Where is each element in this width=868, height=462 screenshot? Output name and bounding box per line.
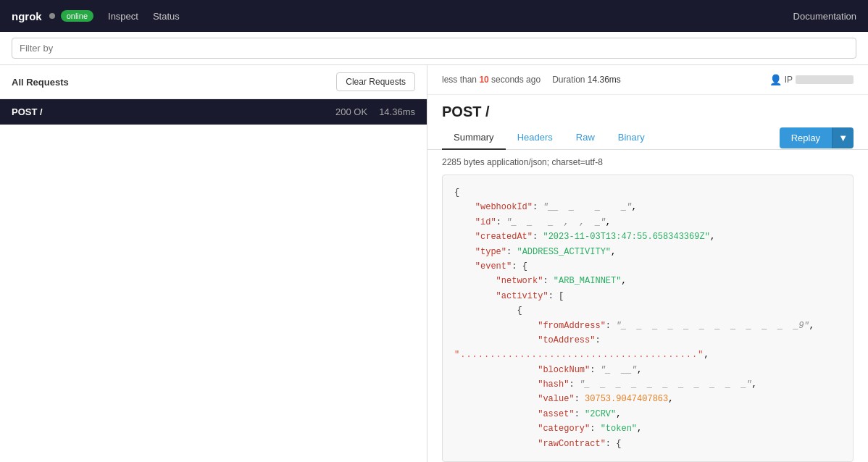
left-panel: All Requests Clear Requests POST / 200 O… xyxy=(0,65,427,462)
tab-summary[interactable]: Summary xyxy=(442,126,506,150)
json-key-rawcontract: "rawContract" xyxy=(538,439,606,449)
person-icon: 👤 xyxy=(769,74,782,85)
documentation-link[interactable]: Documentation xyxy=(793,11,856,22)
clear-requests-button[interactable]: Clear Requests xyxy=(336,72,415,91)
tab-headers[interactable]: Headers xyxy=(506,126,564,150)
json-val-category: "token" xyxy=(601,424,637,434)
json-key-hash: "hash" xyxy=(538,379,569,390)
left-panel-header: All Requests Clear Requests xyxy=(0,65,427,99)
main-layout: All Requests Clear Requests POST / 200 O… xyxy=(0,65,868,462)
request-item[interactable]: POST / 200 OK 14.36ms xyxy=(0,99,427,125)
time-highlight: 10 xyxy=(479,75,488,85)
request-method: POST / xyxy=(12,106,335,117)
tab-raw[interactable]: Raw xyxy=(564,126,606,150)
tab-binary[interactable]: Binary xyxy=(606,126,656,150)
status-dot xyxy=(49,13,55,19)
json-key-webhookid: "webhookId" xyxy=(475,202,533,212)
json-key-id: "id" xyxy=(475,217,496,227)
json-key-asset: "asset" xyxy=(538,409,574,419)
tabs-row: Summary Headers Raw Binary Replay ▼ xyxy=(427,120,868,150)
json-val-value: 30753.9047407863 xyxy=(585,394,668,404)
json-key-activity: "activity" xyxy=(496,291,548,301)
json-val-id: "_ _ _ , , _" xyxy=(506,217,606,227)
json-key-event: "event" xyxy=(475,261,512,272)
time-prefix: less than xyxy=(442,75,479,85)
time-suffix: seconds ago xyxy=(489,75,541,85)
nav-status[interactable]: Status xyxy=(153,11,180,22)
all-requests-title: All Requests xyxy=(12,77,69,88)
json-val-blocknum: "_ __" xyxy=(601,365,637,375)
json-key-createdat: "createdAt" xyxy=(475,232,533,242)
json-val-network: "ARB_MAINNET" xyxy=(554,276,622,286)
replay-button[interactable]: Replay xyxy=(780,127,832,148)
json-val-toaddress: ".......................................… xyxy=(454,350,704,360)
filter-bar xyxy=(0,32,868,65)
json-activity-open: { xyxy=(517,306,522,316)
topnav: ngrok online Inspect Status Documentatio… xyxy=(0,0,868,32)
json-key-fromaddress: "fromAddress" xyxy=(538,321,606,331)
json-val-webhookid: "__ _ _ _" xyxy=(543,202,631,212)
json-val-fromaddress: "_ _ _ _ _ _ _ _ _ _ _ _9" xyxy=(616,321,809,331)
request-status: 200 OK xyxy=(335,106,367,117)
json-key-type: "type" xyxy=(475,247,506,257)
json-val-asset: "2CRV" xyxy=(585,409,616,419)
duration-value: 14.36ms xyxy=(588,75,621,85)
request-time: 14.36ms xyxy=(379,106,415,117)
json-key-toaddress: "toAddress" xyxy=(538,335,595,345)
ip-value-bar xyxy=(796,75,854,84)
right-panel-header: less than 10 seconds ago Duration 14.36m… xyxy=(427,65,868,95)
json-key-blocknum: "blockNum" xyxy=(538,365,590,375)
json-code-block: { "webhookId": "__ _ _ _", "id": "_ _ _ … xyxy=(442,175,854,462)
json-val-hash: "_ _ _ _ _ _ _ _ _ _ _" xyxy=(580,379,752,390)
json-val-type: "ADDRESS_ACTIVITY" xyxy=(517,247,611,257)
duration-label-area: Duration 14.36ms xyxy=(552,75,621,85)
ip-label: IP xyxy=(785,75,793,85)
right-panel: less than 10 seconds ago Duration 14.36m… xyxy=(427,65,868,462)
content-meta: 2285 bytes application/json; charset=utf… xyxy=(427,150,868,175)
json-open-brace: { xyxy=(454,188,459,198)
nav-inspect[interactable]: Inspect xyxy=(108,11,138,22)
replay-btn-group: Replay ▼ xyxy=(780,127,854,148)
replay-dropdown-button[interactable]: ▼ xyxy=(832,127,854,148)
duration-label: Duration xyxy=(552,75,585,85)
json-key-value: "value" xyxy=(538,394,574,404)
json-val-createdat: "2023-11-03T13:47:55.658343369Z" xyxy=(543,232,709,242)
ip-area: 👤 IP xyxy=(769,74,854,85)
brand-logo: ngrok xyxy=(12,10,42,22)
json-key-category: "category" xyxy=(538,424,590,434)
request-timestamp: less than 10 seconds ago xyxy=(442,75,541,85)
post-title: POST / xyxy=(427,95,868,120)
online-badge: online xyxy=(61,10,93,22)
json-key-network: "network" xyxy=(496,276,543,286)
filter-input[interactable] xyxy=(12,38,856,59)
